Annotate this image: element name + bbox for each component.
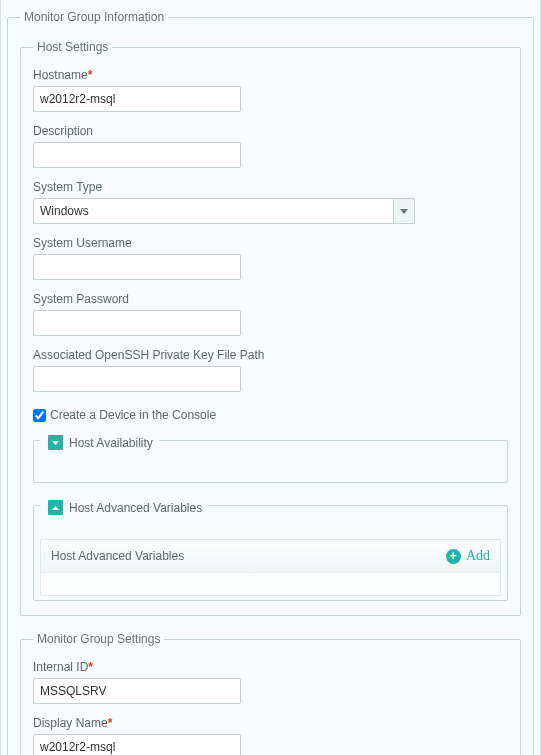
host-advanced-vars-header[interactable]: Host Advanced Variables (40, 494, 208, 521)
host-availability-section: Host Availability (33, 440, 508, 483)
host-availability-label: Host Availability (69, 436, 153, 450)
system-type-label: System Type (33, 180, 508, 194)
hostname-input[interactable] (33, 86, 241, 112)
host-advanced-vars-label: Host Advanced Variables (69, 501, 202, 515)
host-advanced-vars-section: Host Advanced Variables Host Advanced Va… (33, 505, 508, 601)
create-device-checkbox[interactable] (33, 409, 46, 422)
ssh-key-path-label: Associated OpenSSH Private Key File Path (33, 348, 508, 362)
chevron-down-icon (400, 209, 408, 214)
monitor-group-settings-legend: Monitor Group Settings (33, 632, 164, 646)
system-password-label: System Password (33, 292, 508, 306)
system-username-label: System Username (33, 236, 508, 250)
system-type-select[interactable] (33, 198, 415, 224)
internal-id-label: Internal ID* (33, 660, 508, 674)
system-password-input[interactable] (33, 310, 241, 336)
collapse-icon (48, 435, 63, 450)
host-settings-legend: Host Settings (33, 40, 112, 54)
expand-icon (48, 500, 63, 515)
host-availability-header[interactable]: Host Availability (40, 429, 159, 456)
monitor-group-settings-fieldset: Monitor Group Settings Internal ID* Disp… (20, 632, 521, 755)
add-button[interactable]: + Add (446, 548, 490, 564)
display-name-input[interactable] (33, 734, 241, 755)
internal-id-input[interactable] (33, 678, 241, 704)
advanced-vars-panel: Host Advanced Variables + Add (40, 539, 501, 596)
monitor-group-info-legend: Monitor Group Information (20, 10, 168, 24)
monitor-group-information-fieldset: Monitor Group Information Host Settings … (7, 10, 534, 755)
description-label: Description (33, 124, 508, 138)
display-name-label: Display Name* (33, 716, 508, 730)
system-username-input[interactable] (33, 254, 241, 280)
add-label: Add (466, 548, 490, 564)
create-device-label: Create a Device in the Console (50, 408, 216, 422)
host-settings-fieldset: Host Settings Hostname* Description Syst… (20, 40, 521, 616)
ssh-key-path-input[interactable] (33, 366, 241, 392)
hostname-label: Hostname* (33, 68, 508, 82)
description-input[interactable] (33, 142, 241, 168)
system-type-dropdown-button[interactable] (393, 198, 415, 224)
plus-icon: + (446, 549, 461, 564)
advanced-vars-bar-label: Host Advanced Variables (51, 549, 184, 563)
